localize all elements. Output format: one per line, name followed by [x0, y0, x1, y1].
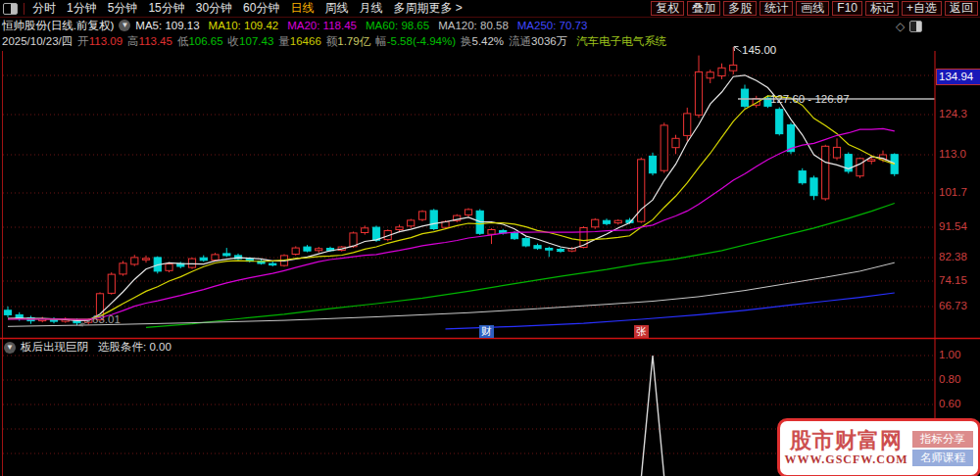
- indicator-tick-label: 0.60: [939, 398, 960, 409]
- ma-lines: [8, 75, 895, 329]
- quote-field-幅: 幅-5.58(-4.94%): [375, 34, 456, 49]
- tool-button-标记[interactable]: 标记: [865, 1, 899, 16]
- indicator-tick-label: 1.00: [939, 349, 960, 360]
- tool-button-统计[interactable]: 统计: [760, 1, 793, 16]
- price-tick-label: 91.54: [939, 220, 967, 232]
- watermark-badge-teacher-course: 名师课程: [912, 450, 973, 466]
- price-tick-label: 113.0: [939, 148, 966, 160]
- chevron-down-icon[interactable]: ▼: [4, 342, 16, 354]
- trade-date: 2025/10/23/四: [2, 34, 73, 49]
- tool-button-多股[interactable]: 多股: [723, 1, 757, 16]
- ma-legend-item: MA10: 109.42: [209, 20, 279, 31]
- quote-field-高: 高113.45: [127, 34, 172, 49]
- period-tab-15分钟[interactable]: 15分钟: [148, 0, 184, 17]
- ma-legend-item: MA5: 109.13: [135, 20, 199, 31]
- price-tick-label: 82.38: [939, 251, 967, 262]
- price-tick-label: 101.7: [939, 186, 967, 198]
- period-tab-分时[interactable]: 分时: [32, 0, 56, 17]
- quote-info-row: 2025/10/23/四 开113.09高113.45低106.65收107.4…: [2, 35, 666, 48]
- indicator-tick-label: 0.80: [939, 373, 960, 385]
- tool-button-画线[interactable]: 画线: [796, 1, 829, 16]
- period-tab-日线[interactable]: 日线: [290, 0, 314, 17]
- ma-line-MA20: [8, 128, 895, 319]
- ma-line-MA5: [8, 75, 895, 321]
- ma-legend-item: MA20: 118.45: [287, 20, 357, 31]
- price-tick-label: 124.3: [939, 108, 967, 119]
- quote-fields: 开113.09高113.45低106.65收107.43量16466额1.79亿…: [77, 34, 572, 49]
- watermark-badge-indicator-share: 指标分享: [912, 431, 973, 448]
- quote-field-流通: 流通3036万: [509, 34, 567, 49]
- indicator-spike: [641, 356, 664, 476]
- watermark-text-block: 股市财富网 WWW.GSCFW.COM: [780, 429, 912, 467]
- ma-legend-item: MA60: 98.65: [366, 20, 429, 31]
- mini-icon-group: ◇: [896, 20, 922, 33]
- stock-title: 恒帅股份(日线.前复权): [2, 19, 114, 33]
- candlestick-series: [4, 47, 898, 325]
- watermark-badges: 指标分享 名师课程: [912, 429, 973, 468]
- chart-canvas[interactable]: [0, 0, 980, 476]
- more-periods-button[interactable]: 更多 >: [428, 0, 462, 17]
- price-tick-label: 66.73: [939, 300, 967, 311]
- quote-field-收: 收107.43: [228, 34, 274, 49]
- period-tab-月线[interactable]: 月线: [359, 0, 382, 17]
- toolbar-divider: [24, 3, 24, 15]
- watermark-site-name: 股市财富网: [780, 429, 912, 452]
- axis-highlight-price: 134.94: [936, 69, 980, 85]
- period-tab-1分钟[interactable]: 1分钟: [67, 0, 97, 17]
- quote-field-低: 低106.65: [177, 34, 223, 49]
- quote-field-开: 开113.09: [77, 34, 122, 49]
- stock-info-row: 恒帅股份(日线.前复权) ▼ MA5: 109.13MA10: 109.42MA…: [2, 19, 596, 32]
- quote-field-换: 换5.42%: [461, 34, 504, 49]
- tool-button-+自选[interactable]: +自选: [902, 1, 942, 16]
- indicator-panel-header: ▼ 板后出现巨阴 选股条件: 0.00: [4, 340, 172, 355]
- price-tick-label: 74.15: [939, 274, 967, 286]
- frame-lines: [0, 51, 980, 476]
- ma-legend-item: MA120: 80.58: [438, 20, 509, 31]
- annotation-lines: [79, 47, 936, 326]
- tool-button-F10[interactable]: F10: [832, 1, 862, 16]
- ma-line-MA250: [446, 293, 895, 329]
- period-tab-list: 分时1分钟5分钟15分钟30分钟60分钟日线周线月线多周期: [32, 0, 428, 17]
- period-tab-60分钟[interactable]: 60分钟: [243, 0, 279, 17]
- tool-button-返回[interactable]: 返回: [945, 1, 978, 16]
- period-tab-5分钟[interactable]: 5分钟: [108, 0, 138, 17]
- window-split-icon[interactable]: [909, 21, 922, 32]
- quote-field-额: 额1.79亿: [326, 34, 370, 49]
- watermark-char-cai: 财: [479, 325, 494, 338]
- period-tab-多周期[interactable]: 多周期: [393, 0, 428, 17]
- industry-label[interactable]: 汽车电子电气系统: [576, 34, 666, 49]
- period-tab-周线[interactable]: 周线: [324, 0, 348, 17]
- ma-legend: MA5: 109.13MA10: 109.42MA20: 118.45MA60:…: [135, 20, 596, 31]
- period-tab-30分钟[interactable]: 30分钟: [196, 0, 232, 17]
- drawn-line-price-label: 127.60 - 126.87: [770, 93, 850, 105]
- indicator-name[interactable]: 板后出现巨阴: [21, 340, 88, 355]
- top-toolbar: 分时1分钟5分钟15分钟30分钟60分钟日线周线月线多周期 更多 > 复权叠加多…: [0, 0, 980, 18]
- indicator-condition-value: 选股条件: 0.00: [98, 340, 172, 355]
- watermark-url: WWW.GSCFW.COM: [780, 452, 912, 467]
- highest-price-label: 145.00: [742, 44, 776, 56]
- ma-legend-item: MA250: 70.73: [517, 20, 588, 31]
- diamond-icon[interactable]: ◇: [896, 20, 905, 33]
- ma-line-MA10: [8, 96, 895, 319]
- watermark-card: 股市财富网 WWW.GSCFW.COM 指标分享 名师课程: [777, 418, 980, 476]
- tool-button-复权[interactable]: 复权: [651, 1, 684, 16]
- watermark-char-zhang: 张: [634, 325, 649, 338]
- right-button-group: 复权叠加多股统计画线F10标记+自选返回: [648, 1, 978, 16]
- panel-toggle-icon[interactable]: [3, 3, 18, 15]
- quote-field-量: 量16466: [278, 34, 320, 49]
- chevron-down-icon[interactable]: ▼: [119, 20, 130, 31]
- lowest-price-label: 63.01: [92, 313, 121, 325]
- ma-line-MA60: [146, 204, 895, 328]
- tool-button-叠加[interactable]: 叠加: [687, 1, 720, 16]
